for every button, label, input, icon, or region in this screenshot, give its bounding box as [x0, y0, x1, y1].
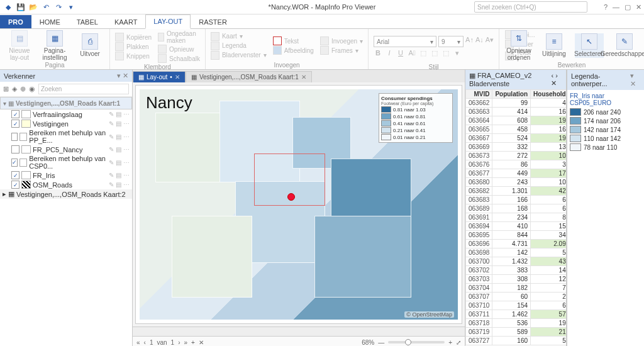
- col-header[interactable]: MVID: [466, 90, 492, 99]
- zoom-slider[interactable]: [388, 341, 445, 343]
- zoom-in-icon[interactable]: +: [448, 339, 452, 346]
- table-row[interactable]: 06369814254: [466, 248, 567, 257]
- table-row[interactable]: 063663414164: [466, 108, 567, 116]
- page-setup-button[interactable]: ▦Pagina-instelling: [40, 30, 69, 61]
- page-prev-icon[interactable]: ‹: [144, 339, 146, 346]
- table-row[interactable]: 06371015460: [466, 301, 567, 310]
- insert-list-a[interactable]: Kaart ▾ Legenda Bladervenster ▾: [211, 32, 267, 60]
- output-button[interactable]: ⎙Uitvoer: [75, 33, 104, 58]
- explorer-search-input[interactable]: Zoeken: [38, 84, 129, 94]
- h-scrollbar[interactable]: [133, 326, 465, 336]
- exp-tool-icon[interactable]: ◈: [12, 85, 17, 93]
- page-next-icon[interactable]: ›: [178, 339, 180, 346]
- label-icon: ▤: [116, 111, 121, 118]
- table-row[interactable]: 0637076023: [466, 293, 567, 301]
- legend-close-icon[interactable]: ▾ ✕: [630, 72, 640, 88]
- open-icon[interactable]: 📂: [29, 3, 38, 11]
- doctab-map[interactable]: ▦Vestigingen,...,OSM_Roads Kaart:1✕: [186, 71, 312, 82]
- table-row[interactable]: 06369123484: [466, 213, 567, 222]
- insert-list-b[interactable]: Tekst Afbeelding: [273, 36, 314, 55]
- col-header[interactable]: Population: [492, 90, 531, 99]
- table-row[interactable]: 0636821.301427: [466, 187, 567, 196]
- table-row[interactable]: 063669332136: [466, 143, 567, 152]
- insert-list-c[interactable]: Invoegen ▾ Frames ▾: [320, 36, 363, 55]
- table-row[interactable]: 063677449175: [466, 169, 567, 178]
- minimize-icon[interactable]: —: [613, 3, 619, 11]
- page-first-icon[interactable]: «: [136, 339, 140, 346]
- exp-tool-icon[interactable]: ⊕: [20, 85, 26, 93]
- help-icon[interactable]: ?: [604, 3, 608, 11]
- doctab-layout[interactable]: ▦Lay-out•✕: [133, 71, 186, 82]
- page-remove-icon[interactable]: ✕: [199, 339, 204, 346]
- increase-font-icon[interactable]: A↑: [465, 36, 474, 47]
- align-button[interactable]: ≡Uitlijning: [540, 33, 569, 58]
- table-row[interactable]: 063665458165: [466, 125, 567, 134]
- font-family-select[interactable]: Arial▾: [374, 36, 436, 47]
- table-row[interactable]: 063694410154: [466, 222, 567, 231]
- exp-tool-icon[interactable]: ◉: [29, 85, 35, 93]
- table-row[interactable]: 063673272100: [466, 152, 567, 160]
- tree-root-2[interactable]: ▸▦Vestigingen,...,OSM_Roads Kaart:2: [0, 189, 132, 199]
- page-add-icon[interactable]: +: [191, 339, 195, 346]
- table-row[interactable]: 06368316667: [466, 196, 567, 204]
- table-row[interactable]: 0636768632: [466, 160, 567, 169]
- layer-item[interactable]: ✓ FR_Iris ✎▤⋯: [0, 170, 132, 180]
- table-row[interactable]: 063702383144: [466, 266, 567, 275]
- tree-root[interactable]: ▾▦Vestigingen,...,OSM_Roads Kaart:1: [0, 97, 132, 109]
- fit-icon[interactable]: ⤢: [456, 339, 461, 346]
- redo-icon[interactable]: ↷: [54, 3, 63, 11]
- layer-item[interactable]: Bereiken met behulp van PP_E... ✎▤⋯: [0, 128, 132, 145]
- layer-name: Bereiken met behulp van CSP0...: [29, 155, 107, 170]
- tab-pro[interactable]: PRO: [0, 15, 31, 28]
- table-row[interactable]: 06370418277: [466, 284, 567, 293]
- label-icon: ▤: [116, 181, 121, 188]
- col-header[interactable]: Households: [531, 90, 566, 99]
- quick-search-input[interactable]: Snel zoeken (Ctrl+Q): [474, 1, 587, 13]
- table-row[interactable]: 063664608197: [466, 116, 567, 125]
- layer-name: FR_PC5_Nancy: [33, 146, 82, 153]
- layer-item[interactable]: ✓ Verfraaiingslaag ✎▤⋯: [0, 109, 132, 119]
- tab-tabel[interactable]: TABEL: [69, 15, 106, 28]
- explorer-title: Verkenner: [4, 72, 35, 80]
- table-row[interactable]: 0636629940: [466, 99, 567, 108]
- explorer-close-icon[interactable]: ▾ ✕: [117, 72, 128, 80]
- zoom-out-icon[interactable]: —: [378, 339, 384, 346]
- select-button[interactable]: ↖Selecteren: [575, 33, 604, 58]
- table-row[interactable]: 063680243109: [466, 178, 567, 187]
- page-current: 1: [150, 339, 153, 346]
- data-nav-icons[interactable]: ‹ › ✕: [551, 72, 562, 87]
- table-row[interactable]: 0636964.7312.097: [466, 240, 567, 248]
- layer-item[interactable]: ✓ Vestigingen ✎▤⋯: [0, 119, 132, 128]
- close-icon[interactable]: ✕: [636, 3, 641, 11]
- table-row[interactable]: 063703308129: [466, 275, 567, 284]
- save-icon[interactable]: 💾: [16, 3, 25, 11]
- table-row[interactable]: 06368916867: [466, 204, 567, 213]
- tab-close-icon: ✕: [175, 74, 180, 81]
- table-row[interactable]: 063667524199: [466, 134, 567, 143]
- tab-raster[interactable]: RASTER: [191, 15, 235, 28]
- font-size-select[interactable]: 9▾: [438, 36, 464, 47]
- layer-item[interactable]: FR_PC5_Nancy ✎▤⋯: [0, 145, 132, 154]
- layer-item[interactable]: ✓ OSM_Roads ✎▤⋯: [0, 180, 132, 189]
- table-row[interactable]: 063718536198: [466, 319, 567, 328]
- tab-kaart[interactable]: KAART: [106, 15, 145, 28]
- table-row[interactable]: 063719589219: [466, 328, 567, 337]
- maximize-icon[interactable]: ▢: [625, 3, 631, 11]
- decrease-font-icon[interactable]: A↓: [475, 36, 484, 47]
- table-row[interactable]: 063695844341: [466, 231, 567, 240]
- reorder-button[interactable]: ⇅Opnieuw ordenen: [504, 30, 533, 61]
- tab-home[interactable]: HOME: [31, 15, 69, 28]
- table-row[interactable]: 0637111.462571: [466, 310, 567, 319]
- layout-canvas[interactable]: Nancy Consumer spendings Footwear (Euro …: [135, 85, 462, 324]
- layer-item[interactable]: ✓ Bereiken met behulp van CSP0... ✎▤⋯: [0, 154, 132, 170]
- font-color-icon[interactable]: A▾: [486, 36, 494, 47]
- table-row[interactable]: 0637001.432437: [466, 257, 567, 266]
- undo-icon[interactable]: ↶: [42, 3, 50, 11]
- tab-layout[interactable]: LAY-OUT: [145, 14, 191, 29]
- table-row[interactable]: 06372716056: [466, 337, 567, 345]
- qat-dropdown-icon[interactable]: ▾: [67, 3, 75, 11]
- tools-button[interactable]: ✎Gereedschappen: [610, 33, 639, 58]
- exp-tool-icon[interactable]: ⊞: [3, 85, 9, 93]
- page-last-icon[interactable]: »: [184, 339, 188, 346]
- font-style-row[interactable]: BIUAͨ⬚⬚⬚▾: [374, 49, 494, 57]
